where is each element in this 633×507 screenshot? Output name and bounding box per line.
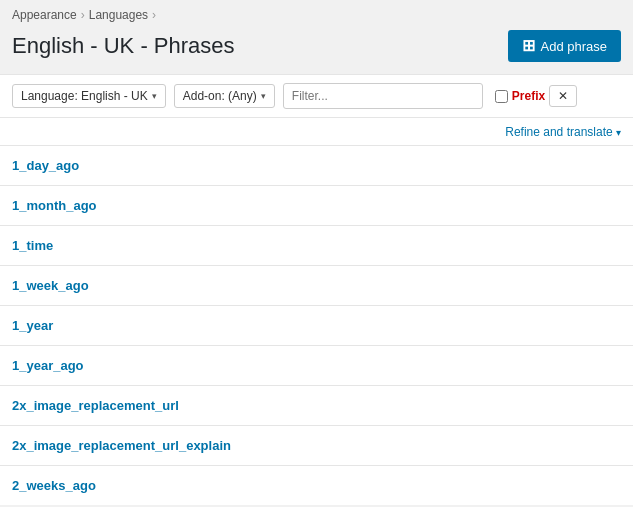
breadcrumb-languages[interactable]: Languages	[89, 8, 148, 22]
add-phrase-label: Add phrase	[541, 39, 608, 54]
breadcrumb-sep-1: ›	[81, 8, 85, 22]
prefix-checkbox[interactable]	[495, 90, 508, 103]
clear-button[interactable]: ✕	[549, 85, 577, 107]
refine-bar: Refine and translate ▾	[0, 118, 633, 146]
page-title: English - UK - Phrases	[12, 33, 235, 59]
phrase-key[interactable]: 2x_image_replacement_url	[12, 398, 179, 413]
phrase-row[interactable]: 2_weeks_ago	[0, 466, 633, 505]
phrase-row[interactable]: 1_year	[0, 306, 633, 346]
phrase-key[interactable]: 2x_image_replacement_url_explain	[12, 438, 231, 453]
language-dropdown-label: Language: English - UK	[21, 89, 148, 103]
refine-translate-label: Refine and translate	[505, 125, 612, 139]
add-phrase-button[interactable]: ⊞ Add phrase	[508, 30, 622, 62]
phrase-row[interactable]: 1_month_ago	[0, 186, 633, 226]
refine-translate-link[interactable]: Refine and translate ▾	[505, 125, 621, 139]
addon-dropdown[interactable]: Add-on: (Any) ▾	[174, 84, 275, 108]
phrase-row[interactable]: 1_year_ago	[0, 346, 633, 386]
phrase-key[interactable]: 1_day_ago	[12, 158, 79, 173]
phrase-key[interactable]: 1_month_ago	[12, 198, 97, 213]
phrase-key[interactable]: 1_week_ago	[12, 278, 89, 293]
addon-caret-icon: ▾	[261, 91, 266, 101]
phrase-row[interactable]: 1_week_ago	[0, 266, 633, 306]
toolbar: Language: English - UK ▾ Add-on: (Any) ▾…	[0, 74, 633, 118]
prefix-area: Prefix ✕	[495, 85, 577, 107]
phrase-key[interactable]: 1_year	[12, 318, 53, 333]
plus-icon: ⊞	[522, 38, 535, 54]
breadcrumb: Appearance › Languages ›	[0, 0, 633, 26]
page-header: English - UK - Phrases ⊞ Add phrase	[0, 26, 633, 74]
breadcrumb-sep-2: ›	[152, 8, 156, 22]
refine-caret-icon: ▾	[616, 127, 621, 138]
phrase-row[interactable]: 2x_image_replacement_url_explain	[0, 426, 633, 466]
phrase-list: 1_day_ago1_month_ago1_time1_week_ago1_ye…	[0, 146, 633, 505]
language-caret-icon: ▾	[152, 91, 157, 101]
breadcrumb-appearance[interactable]: Appearance	[12, 8, 77, 22]
prefix-label: Prefix	[512, 89, 545, 103]
phrase-key[interactable]: 1_time	[12, 238, 53, 253]
phrase-row[interactable]: 1_day_ago	[0, 146, 633, 186]
phrase-row[interactable]: 1_time	[0, 226, 633, 266]
addon-dropdown-label: Add-on: (Any)	[183, 89, 257, 103]
language-dropdown[interactable]: Language: English - UK ▾	[12, 84, 166, 108]
filter-input[interactable]	[283, 83, 483, 109]
phrase-key[interactable]: 2_weeks_ago	[12, 478, 96, 493]
phrase-row[interactable]: 2x_image_replacement_url	[0, 386, 633, 426]
phrase-key[interactable]: 1_year_ago	[12, 358, 84, 373]
